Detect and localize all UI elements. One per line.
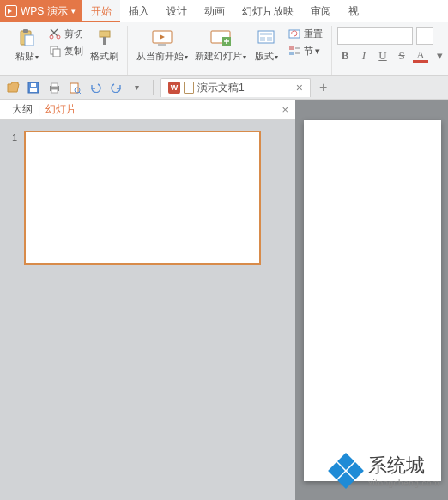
menu-start[interactable]: 开始	[82, 0, 120, 22]
thumbnail-row: 1	[12, 131, 283, 265]
scissors-icon	[48, 27, 62, 40]
paste-icon	[17, 27, 36, 48]
separator	[153, 80, 154, 95]
svg-point-4	[57, 35, 60, 39]
menu-animation[interactable]: 动画	[196, 0, 233, 22]
svg-rect-18	[289, 52, 294, 55]
svg-rect-6	[53, 49, 60, 57]
chevron-down-icon: ▾	[275, 53, 278, 61]
svg-rect-7	[100, 31, 110, 37]
font-size-select[interactable]	[416, 27, 433, 45]
ribbon-group-clipboard: 粘贴▾ 剪切 复制 格式刷	[5, 26, 128, 75]
paste-button[interactable]: 粘贴▾	[10, 26, 43, 64]
watermark-text: 系统城	[368, 453, 439, 479]
chevron-down-icon: ▾	[71, 7, 76, 15]
format-painter-button[interactable]: 格式刷	[87, 26, 122, 64]
document-tab[interactable]: W 演示文稿1 ×	[160, 78, 311, 97]
new-slide-icon	[209, 27, 232, 48]
chevron-down-icon: ▾	[315, 46, 320, 57]
qat-more-icon[interactable]: ▾	[129, 80, 144, 95]
slide-thumbnail-1[interactable]	[24, 131, 261, 265]
svg-rect-17	[289, 46, 294, 50]
save-icon[interactable]	[26, 80, 41, 95]
copy-button[interactable]: 复制	[45, 43, 87, 58]
wps-logo-icon	[5, 5, 17, 17]
wps-doc-icon: W	[168, 82, 180, 94]
chevron-down-icon: ▾	[243, 53, 246, 61]
slide-number: 1	[12, 131, 24, 143]
tab-outline[interactable]: 大纲	[7, 102, 38, 117]
font-color-button[interactable]: A	[413, 50, 428, 63]
ribbon-group-font: B I U S A ▾	[332, 26, 448, 75]
ribbon-group-slides: 从当前开始▾ 新建幻灯片▾ 版式▾ 重置 节▾	[128, 26, 332, 75]
watermark: 系统城 xitongcheng.com	[329, 453, 439, 488]
print-icon[interactable]	[46, 80, 62, 95]
svg-rect-15	[267, 37, 272, 41]
slide-canvas-area[interactable]	[295, 100, 448, 500]
app-name: WPS 演示	[21, 4, 68, 19]
quick-access-toolbar: ▾ W 演示文稿1 × +	[0, 76, 448, 100]
side-panel-tabs: 大纲 | 幻灯片 ×	[0, 100, 295, 120]
italic-button[interactable]: I	[356, 48, 372, 64]
layout-icon	[257, 27, 275, 48]
menu-review[interactable]: 审阅	[302, 0, 340, 22]
slide-editor[interactable]	[304, 120, 441, 481]
underline-button[interactable]: U	[375, 48, 390, 64]
svg-rect-23	[51, 83, 58, 87]
format-painter-icon	[96, 27, 113, 48]
svg-rect-13	[260, 33, 272, 35]
workspace: 大纲 | 幻灯片 × 1	[0, 100, 448, 500]
document-title: 演示文稿1	[197, 81, 245, 95]
thumbnail-list: 1	[0, 120, 295, 500]
play-from-current-icon	[151, 27, 173, 48]
reset-button[interactable]: 重置	[284, 26, 326, 41]
font-family-select[interactable]	[337, 27, 413, 45]
watermark-subtext: xitongcheng.com	[368, 479, 439, 488]
presentation-file-icon	[184, 82, 194, 94]
open-icon[interactable]	[5, 80, 21, 95]
svg-rect-24	[51, 89, 58, 93]
copy-icon	[48, 44, 62, 58]
strikethrough-button[interactable]: S	[394, 48, 409, 64]
watermark-logo-icon	[329, 454, 363, 488]
reset-icon	[288, 27, 301, 40]
undo-icon[interactable]	[88, 80, 103, 95]
side-panel: 大纲 | 幻灯片 × 1	[0, 100, 295, 500]
ribbon: 粘贴▾ 剪切 复制 格式刷 从当前开始▾ 新建幻灯片▾	[0, 22, 448, 76]
bold-button[interactable]: B	[337, 48, 353, 64]
chevron-down-icon: ▾	[185, 53, 188, 61]
close-tab-icon[interactable]: ×	[296, 81, 303, 95]
print-preview-icon[interactable]	[67, 80, 82, 95]
chevron-down-icon[interactable]: ▾	[432, 48, 447, 64]
menu-view-partial[interactable]: 视	[340, 0, 367, 22]
add-tab-button[interactable]: +	[319, 80, 327, 95]
layout-button[interactable]: 版式▾	[250, 26, 282, 64]
svg-rect-8	[103, 37, 106, 45]
redo-icon[interactable]	[108, 80, 124, 95]
section-icon	[288, 44, 301, 58]
from-current-button[interactable]: 从当前开始▾	[133, 26, 191, 64]
section-button[interactable]: 节▾	[284, 43, 326, 58]
cut-button[interactable]: 剪切	[45, 26, 87, 41]
svg-rect-20	[30, 88, 37, 92]
svg-rect-1	[23, 29, 28, 33]
menu-slideshow[interactable]: 幻灯片放映	[233, 0, 302, 22]
svg-rect-2	[25, 35, 33, 46]
svg-rect-14	[260, 37, 265, 41]
menu-insert[interactable]: 插入	[120, 0, 158, 22]
menu-design[interactable]: 设计	[158, 0, 196, 22]
app-title-tab[interactable]: WPS 演示 ▾	[0, 0, 82, 22]
close-panel-icon[interactable]: ×	[282, 103, 288, 116]
tab-slides[interactable]: 幻灯片	[40, 102, 82, 117]
new-slide-button[interactable]: 新建幻灯片▾	[191, 26, 250, 64]
svg-rect-21	[31, 83, 36, 87]
